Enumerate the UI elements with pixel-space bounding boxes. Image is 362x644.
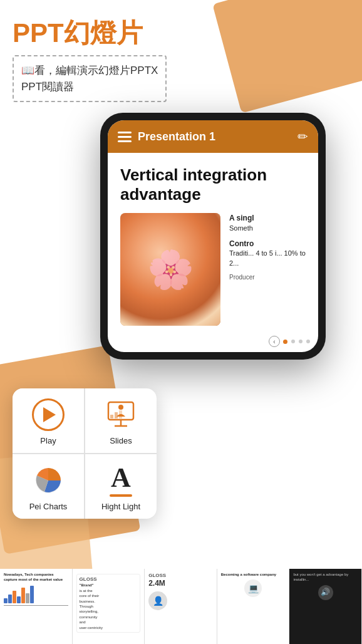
- thumb4-title: Becoming a software company: [221, 573, 286, 578]
- bar: [8, 595, 12, 603]
- slide-image: [120, 213, 220, 326]
- producer-text: Producer: [229, 273, 306, 282]
- slides-label: Slides: [110, 436, 132, 445]
- pie-chart-icon: [32, 464, 65, 497]
- header: PPT幻燈片 📖看，編輯演示幻燈片PPTX PPT閱讀器: [0, 0, 362, 108]
- feature-highlight[interactable]: A Hight Light: [85, 454, 157, 519]
- thumbnail-3[interactable]: GLOSS 2.4M 👤: [145, 569, 217, 644]
- slide-content: Vertical integration advantage A singl S…: [108, 153, 318, 332]
- slides-icon-container: [105, 398, 137, 431]
- subtitle-line2: PPT閱讀器: [21, 81, 74, 93]
- thumb1-title: Nowadays, Tech companies capture most of…: [4, 573, 68, 583]
- svg-rect-5: [115, 412, 118, 418]
- subtitle-line1: 📖看，編輯演示幻燈片PPTX: [21, 65, 158, 76]
- thumbnail-1[interactable]: Nowadays, Tech companies capture most of…: [0, 569, 73, 644]
- nav-dot-2: [291, 340, 295, 343]
- slide-text: A singl Someth Contro Traditi... 4 to 5 …: [229, 213, 306, 326]
- pie-charts-label: Pei Charts: [29, 502, 68, 511]
- slides-icon: [105, 399, 137, 430]
- nav-dot-3: [299, 340, 303, 343]
- menu-icon[interactable]: [118, 132, 132, 142]
- thumb3-gloss: GLOSS: [148, 573, 213, 579]
- bar: [13, 591, 16, 603]
- feature-pie-charts[interactable]: Pei Charts: [13, 454, 84, 519]
- features-grid: Play Slides: [13, 388, 157, 519]
- nav-dot-4: [306, 340, 310, 343]
- highlight-underline: [110, 494, 132, 497]
- thumb2-gloss: GLOSS: [80, 576, 138, 583]
- highlight-label: Hight Light: [101, 502, 140, 511]
- bar: [26, 593, 29, 603]
- play-label: Play: [40, 436, 56, 445]
- thumb5-icon: 🔊: [318, 585, 333, 600]
- highlight-icon-container: A: [105, 464, 137, 497]
- slide-navigation: ‹: [108, 332, 318, 352]
- thumb2-quote: "Brand" is at thecore of theirbusiness.T…: [80, 583, 138, 630]
- thumbnails-bar: Nowadays, Tech companies capture most of…: [0, 569, 362, 644]
- pie-icon-container: [32, 464, 65, 497]
- thumbnail-4[interactable]: Becoming a software company 💻: [217, 569, 290, 644]
- text-block2-body: Traditi... 4 to 5 i... 10% to 2...: [229, 249, 306, 266]
- play-icon-container: [32, 398, 65, 431]
- slide-title: Vertical integration advantage: [120, 165, 306, 204]
- bar: [30, 586, 34, 603]
- phone-mockup: Presentation 1 ✏ Vertical integration ad…: [100, 113, 326, 360]
- edit-icon[interactable]: ✏: [297, 129, 308, 144]
- phone-container: Presentation 1 ✏ Vertical integration ad…: [100, 113, 362, 360]
- slide-body: A singl Someth Contro Traditi... 4 to 5 …: [120, 213, 306, 326]
- thumbnail-2[interactable]: GLOSS "Brand" is at thecore of theirbusi…: [73, 569, 145, 644]
- text-block2-title: Contro: [229, 239, 254, 248]
- thumbnail-5[interactable]: but you won't get a advantage by install…: [289, 569, 362, 644]
- prev-slide-button[interactable]: ‹: [269, 336, 280, 347]
- flower-photo: [120, 213, 220, 326]
- svg-point-3: [118, 405, 123, 410]
- bar: [4, 598, 8, 603]
- play-circle: [32, 398, 65, 431]
- nav-dot-1: [283, 340, 287, 344]
- app-title: PPT幻燈片: [13, 19, 349, 48]
- app-subtitle-box: 📖看，編輯演示幻燈片PPTX PPT閱讀器: [13, 55, 167, 102]
- phone-toolbar: Presentation 1 ✏: [108, 120, 318, 153]
- text-block1-body: Someth: [229, 224, 253, 232]
- svg-rect-6: [119, 410, 122, 418]
- toolbar-title: Presentation 1: [138, 130, 215, 143]
- thumb3-avatar: 👤: [148, 591, 167, 610]
- text-block1-title: A singl: [229, 214, 254, 222]
- bar: [17, 596, 21, 603]
- svg-rect-4: [110, 415, 113, 418]
- phone-screen: Presentation 1 ✏ Vertical integration ad…: [108, 120, 318, 352]
- thumb5-text: but you won't get a advantage by install…: [293, 573, 358, 583]
- feature-play[interactable]: Play: [13, 388, 84, 453]
- thumb1-chart: [4, 584, 68, 603]
- thumb2-brand-box: GLOSS "Brand" is at thecore of theirbusi…: [76, 574, 141, 633]
- highlight-letter: A: [111, 464, 131, 492]
- bar: [21, 588, 25, 603]
- thumb4-icon: 💻: [244, 579, 262, 597]
- toolbar-left: Presentation 1: [118, 130, 215, 143]
- app-subtitle: 📖看，編輯演示幻燈片PPTX PPT閱讀器: [13, 55, 167, 102]
- play-triangle: [43, 407, 56, 422]
- thumb1-line: [4, 605, 68, 606]
- thumb3-number: 2.4M: [148, 579, 213, 589]
- feature-slides[interactable]: Slides: [85, 388, 157, 453]
